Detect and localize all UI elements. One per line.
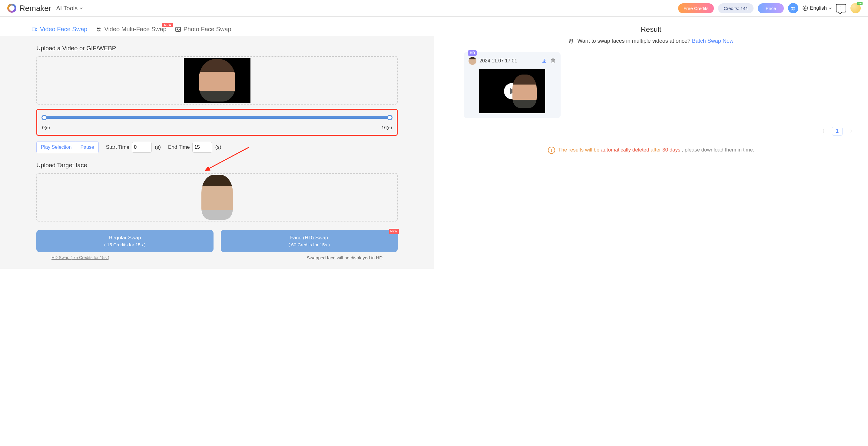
result-timestamp: 2024.11.07 17:01 [479, 58, 517, 64]
header-right: Free Credits Credits: 141 Price English … [678, 3, 861, 13]
free-credits-button[interactable]: Free Credits [678, 3, 714, 13]
hd-swap-sub: ( 60 Credits for 15s ) [225, 241, 394, 248]
slider-labels: 0(s) 16(s) [40, 125, 394, 130]
time-range-slider[interactable] [43, 116, 391, 119]
upload-content: Upload a Video or GIF/WEBP 0(s) 16(s) [0, 36, 434, 269]
time-range-slider-area: 0(s) 16(s) [36, 109, 398, 136]
hd-note: Swapped face will be displayed in HD [307, 255, 382, 260]
warn-mid: after [651, 147, 662, 153]
play-selection-button[interactable]: Play Selection [37, 142, 76, 153]
upload-video-box[interactable] [36, 56, 398, 105]
start-time-field: Start Time ▲▼ (s) [106, 142, 161, 153]
svg-rect-3 [32, 28, 36, 31]
deletion-warning: ! The results will be automatically dele… [447, 147, 855, 154]
tabs: Video Face Swap Video Multi-Face Swap NE… [0, 17, 434, 36]
page-number[interactable]: 1 [832, 127, 842, 136]
left-panel: Video Face Swap Video Multi-Face Swap NE… [0, 17, 434, 269]
tab-label: Photo Face Swap [184, 26, 231, 33]
time-controls: Play Selection Pause Start Time ▲▼ (s) E… [36, 141, 398, 153]
page-prev-button[interactable]: 〈 [820, 128, 825, 135]
vip-badge: VIP [857, 2, 863, 5]
logo[interactable]: Remaker [7, 4, 51, 13]
end-time-field: End Time ▲▼ (s) [168, 142, 221, 153]
svg-point-1 [793, 7, 795, 8]
hd-swap-title: Face (HD) Swap [290, 235, 328, 241]
result-face-image [513, 75, 537, 108]
upload-face-box[interactable] [36, 173, 398, 221]
feedback-icon[interactable] [836, 4, 846, 12]
price-button[interactable]: Price [758, 3, 784, 13]
download-icon[interactable] [541, 58, 547, 64]
multi-face-icon [96, 26, 102, 32]
chevron-down-icon [829, 7, 832, 10]
batch-swap-link[interactable]: Batch Swap Now [692, 38, 734, 44]
unit-label: (s) [155, 144, 161, 150]
slider-fill [43, 116, 391, 119]
batch-swap-prompt: Want to swap faces in multiple videos at… [447, 38, 855, 44]
warn-suffix: , please download them in time. [682, 147, 754, 153]
community-icon[interactable] [788, 3, 798, 13]
warn-days: 30 days [662, 147, 681, 153]
hd-swap-link[interactable]: HD Swap ( 75 Credits for 15s ) [52, 255, 109, 260]
warn-prefix: The results will be [558, 147, 601, 153]
batch-prompt-text: Want to swap faces in multiple videos at… [577, 38, 690, 44]
new-badge: NEW [389, 229, 399, 234]
video-face-preview [199, 59, 235, 101]
pause-button[interactable]: Pause [76, 142, 98, 153]
pagination: 〈 1 〉 [447, 127, 855, 136]
main-content: Video Face Swap Video Multi-Face Swap NE… [0, 17, 868, 269]
tab-label: Video Multi-Face Swap [104, 26, 166, 33]
regular-swap-button[interactable]: Regular Swap ( 15 Credits for 15s ) [36, 230, 214, 252]
unit-label: (s) [215, 144, 221, 150]
end-time-label: End Time [168, 144, 190, 150]
slider-handle-start[interactable] [41, 115, 47, 120]
page-next-button[interactable]: 〉 [850, 128, 855, 135]
regular-swap-title: Regular Swap [109, 235, 141, 241]
tab-video-face-swap[interactable]: Video Face Swap [30, 22, 88, 36]
result-card-header: HD 2024.11.07 17:01 [468, 57, 556, 65]
language-label: English [810, 5, 827, 11]
start-time-input[interactable] [132, 142, 152, 153]
below-links: HD Swap ( 75 Credits for 15s ) Swapped f… [36, 255, 398, 260]
slider-start-label: 0(s) [42, 125, 50, 130]
chevron-down-icon [79, 6, 83, 10]
app-header: Remaker AI Tools Free Credits Credits: 1… [0, 0, 868, 17]
result-card: HD 2024.11.07 17:01 [464, 52, 561, 118]
result-card-actions [541, 58, 556, 64]
tab-label: Video Face Swap [40, 26, 87, 33]
video-icon [31, 26, 37, 32]
slider-end-label: 16(s) [382, 125, 392, 130]
upload-face-title: Upload Target face [36, 162, 398, 169]
warn-highlight: automatically deleted [601, 147, 649, 153]
result-face-avatar [468, 57, 476, 65]
svg-point-7 [177, 28, 178, 29]
ai-tools-dropdown[interactable]: AI Tools [56, 5, 83, 12]
slider-handle-end[interactable] [387, 115, 393, 120]
delete-icon[interactable] [550, 58, 556, 64]
user-avatar[interactable]: VIP [850, 3, 861, 13]
start-time-label: Start Time [106, 144, 129, 150]
globe-icon [803, 5, 808, 11]
result-video-thumbnail[interactable] [479, 69, 545, 113]
brand-name: Remaker [20, 4, 51, 13]
tab-photo-face-swap[interactable]: Photo Face Swap [174, 22, 232, 36]
hd-swap-button[interactable]: Face (HD) Swap ( 60 Credits for 15s ) NE… [221, 230, 398, 252]
video-thumbnail [184, 58, 250, 103]
credits-badge[interactable]: Credits: 141 [718, 3, 753, 13]
annotation-arrow [206, 170, 254, 171]
upload-video-title: Upload a Video or GIF/WEBP [36, 45, 398, 52]
ai-tools-label: AI Tools [56, 5, 78, 12]
playback-button-group: Play Selection Pause [36, 141, 99, 153]
end-time-input[interactable] [192, 142, 212, 153]
header-left: Remaker AI Tools [7, 4, 83, 13]
language-selector[interactable]: English [803, 5, 832, 11]
regular-swap-sub: ( 15 Credits for 15s ) [40, 241, 209, 248]
photo-icon [175, 26, 181, 32]
tab-video-multi-face-swap[interactable]: Video Multi-Face Swap NEW [94, 22, 167, 36]
hd-badge: HD [468, 50, 477, 56]
swap-buttons: Regular Swap ( 15 Credits for 15s ) Face… [36, 230, 398, 252]
stack-icon [568, 38, 574, 44]
svg-point-5 [99, 28, 100, 29]
target-face-preview [202, 175, 233, 220]
new-badge: NEW [162, 23, 173, 27]
